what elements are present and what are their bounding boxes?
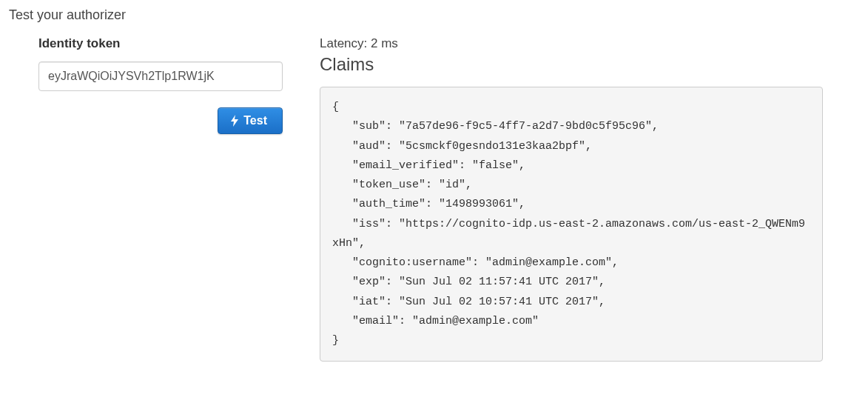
right-panel: Latency: 2 ms Claims { "sub": "7a57de96-…: [320, 36, 823, 362]
lightning-icon: [230, 115, 239, 127]
left-panel: Identity token Test: [9, 36, 290, 134]
claims-json-box: { "sub": "7a57de96-f9c5-4ff7-a2d7-9bd0c5…: [320, 87, 823, 362]
latency-text: Latency: 2 ms: [320, 36, 823, 51]
identity-token-label: Identity token: [38, 36, 290, 51]
page-title: Test your authorizer: [9, 7, 859, 23]
claims-heading: Claims: [320, 54, 823, 75]
svg-marker-0: [231, 115, 238, 127]
identity-token-input[interactable]: [38, 61, 283, 91]
test-button[interactable]: Test: [218, 107, 283, 134]
test-button-label: Test: [243, 114, 267, 127]
